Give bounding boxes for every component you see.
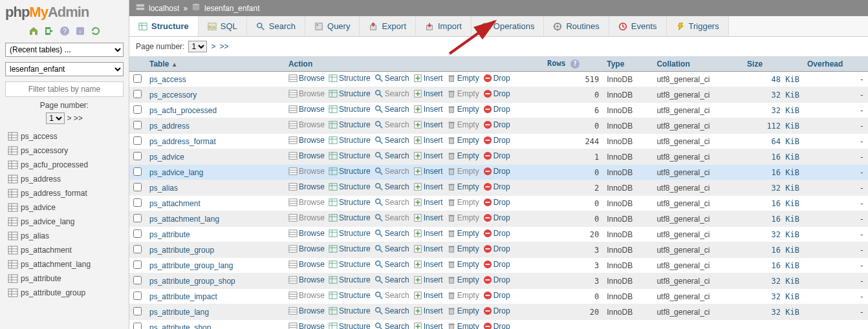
action-empty[interactable]: Empty: [447, 275, 479, 284]
action-empty[interactable]: Empty: [447, 89, 479, 98]
tree-table-item[interactable]: ps_advice_lang: [5, 215, 124, 229]
action-search[interactable]: Search: [374, 74, 409, 83]
action-drop[interactable]: Drop: [483, 291, 510, 300]
action-empty[interactable]: Empty: [447, 213, 479, 222]
action-empty[interactable]: Empty: [447, 291, 479, 300]
recent-tables-select[interactable]: (Recent tables) ...: [5, 43, 124, 57]
action-browse[interactable]: Browse: [288, 151, 325, 160]
action-insert[interactable]: Insert: [413, 182, 443, 191]
table-name[interactable]: ps_attachment: [149, 199, 201, 208]
row-checkbox[interactable]: [133, 229, 142, 238]
col-table[interactable]: Table ▲: [146, 56, 285, 72]
tab-operations[interactable]: Operations: [472, 16, 545, 36]
col-collation[interactable]: Collation: [653, 56, 743, 72]
action-browse[interactable]: Browse: [288, 306, 325, 315]
reload-icon[interactable]: [91, 26, 101, 36]
tree-table-item[interactable]: ps_attachment_lang: [5, 257, 124, 271]
action-browse[interactable]: Browse: [288, 275, 325, 284]
action-drop[interactable]: Drop: [483, 198, 510, 207]
action-empty[interactable]: Empty: [447, 120, 479, 129]
tab-structure[interactable]: Structure: [129, 16, 199, 36]
action-empty[interactable]: Empty: [447, 260, 479, 269]
logout-icon[interactable]: [44, 26, 54, 36]
table-name[interactable]: ps_attribute_group_shop: [149, 277, 235, 286]
action-insert[interactable]: Insert: [413, 213, 443, 222]
action-structure[interactable]: Structure: [329, 182, 371, 191]
table-name[interactable]: ps_attribute_shop: [149, 323, 211, 330]
table-name[interactable]: ps_accessory: [149, 90, 197, 100]
col-rows[interactable]: Rows ?: [543, 56, 603, 72]
action-browse[interactable]: Browse: [288, 244, 325, 253]
row-checkbox[interactable]: [133, 105, 142, 114]
tab-routines[interactable]: Routines: [544, 16, 609, 36]
action-browse[interactable]: Browse: [288, 136, 325, 145]
action-insert[interactable]: Insert: [413, 322, 443, 329]
row-checkbox[interactable]: [133, 198, 142, 207]
row-checkbox[interactable]: [133, 260, 142, 269]
tree-table-item[interactable]: ps_advice: [5, 200, 124, 215]
action-empty[interactable]: Empty: [447, 322, 479, 329]
action-structure[interactable]: Structure: [329, 306, 371, 315]
action-drop[interactable]: Drop: [483, 136, 510, 145]
action-search[interactable]: Search: [374, 213, 409, 222]
action-search[interactable]: Search: [374, 136, 409, 145]
action-drop[interactable]: Drop: [483, 322, 510, 329]
action-search[interactable]: Search: [374, 167, 409, 176]
table-name[interactable]: ps_attribute_impact: [149, 292, 217, 301]
action-browse[interactable]: Browse: [288, 198, 325, 207]
action-structure[interactable]: Structure: [329, 74, 371, 83]
action-browse[interactable]: Browse: [288, 182, 325, 191]
action-browse[interactable]: Browse: [288, 213, 325, 222]
table-name[interactable]: ps_alias: [149, 184, 178, 193]
action-structure[interactable]: Structure: [329, 167, 371, 176]
action-empty[interactable]: Empty: [447, 244, 479, 253]
action-drop[interactable]: Drop: [483, 151, 510, 160]
col-overhead[interactable]: Overhead: [803, 56, 868, 72]
tree-table-item[interactable]: ps_alias: [5, 229, 124, 243]
action-search[interactable]: Search: [374, 229, 409, 238]
sidebar-page-select[interactable]: 1: [46, 112, 65, 124]
action-structure[interactable]: Structure: [329, 229, 371, 238]
database-select[interactable]: lesenfan_enfant: [5, 62, 124, 76]
action-insert[interactable]: Insert: [413, 74, 443, 83]
action-browse[interactable]: Browse: [288, 260, 325, 269]
action-empty[interactable]: Empty: [447, 151, 479, 160]
action-insert[interactable]: Insert: [413, 120, 443, 129]
action-browse[interactable]: Browse: [288, 229, 325, 238]
action-empty[interactable]: Empty: [447, 136, 479, 145]
action-browse[interactable]: Browse: [288, 74, 325, 83]
action-empty[interactable]: Empty: [447, 74, 479, 83]
action-search[interactable]: Search: [374, 291, 409, 300]
action-structure[interactable]: Structure: [329, 244, 371, 253]
col-type[interactable]: Type: [603, 56, 653, 72]
action-structure[interactable]: Structure: [329, 322, 371, 329]
action-search[interactable]: Search: [374, 151, 409, 160]
action-search[interactable]: Search: [374, 322, 409, 329]
action-drop[interactable]: Drop: [483, 260, 510, 269]
tree-table-item[interactable]: ps_attachment: [5, 243, 124, 257]
action-structure[interactable]: Structure: [329, 275, 371, 284]
tab-sql[interactable]: SQLSQL: [199, 16, 247, 36]
action-structure[interactable]: Structure: [329, 291, 371, 300]
home-icon[interactable]: [28, 26, 39, 36]
row-checkbox[interactable]: [133, 292, 142, 300]
tab-import[interactable]: Import: [416, 16, 472, 36]
action-drop[interactable]: Drop: [483, 182, 510, 191]
table-name[interactable]: ps_advice: [149, 153, 184, 162]
action-browse[interactable]: Browse: [288, 89, 325, 98]
action-search[interactable]: Search: [374, 275, 409, 284]
action-structure[interactable]: Structure: [329, 151, 371, 160]
action-structure[interactable]: Structure: [329, 105, 371, 114]
row-checkbox[interactable]: [133, 307, 142, 315]
action-drop[interactable]: Drop: [483, 89, 510, 98]
action-browse[interactable]: Browse: [288, 120, 325, 129]
row-checkbox[interactable]: [133, 214, 142, 222]
action-insert[interactable]: Insert: [413, 244, 443, 253]
sidebar-last[interactable]: >>: [74, 114, 83, 123]
table-name[interactable]: ps_attribute: [149, 230, 190, 239]
tab-query[interactable]: Query: [305, 16, 360, 36]
action-structure[interactable]: Structure: [329, 136, 371, 145]
row-checkbox[interactable]: [133, 276, 142, 284]
action-drop[interactable]: Drop: [483, 213, 510, 222]
action-drop[interactable]: Drop: [483, 105, 510, 114]
